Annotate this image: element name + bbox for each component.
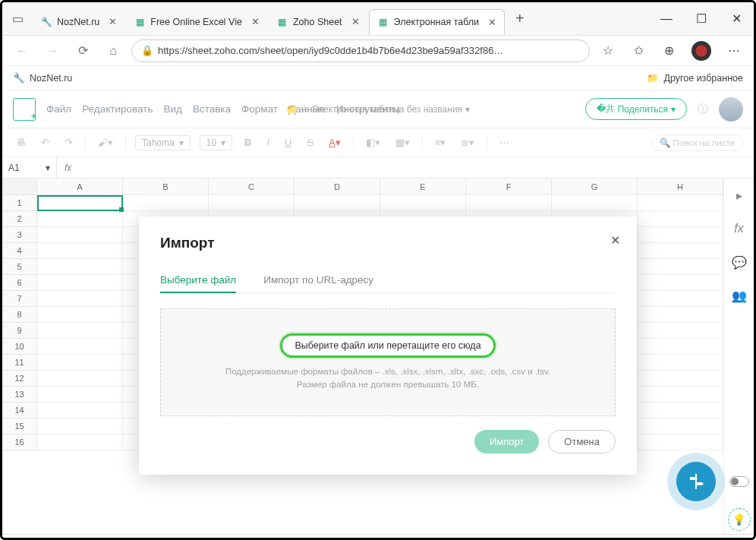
new-sheet-button[interactable] xyxy=(13,98,36,121)
cell[interactable] xyxy=(380,195,466,211)
cell[interactable] xyxy=(638,434,723,450)
fx-panel-icon[interactable]: fx xyxy=(730,219,748,238)
more-button[interactable]: ⋯ xyxy=(496,135,512,150)
strike-button[interactable]: S xyxy=(304,135,317,150)
cell[interactable] xyxy=(37,371,123,387)
row-header[interactable]: 15 xyxy=(2,418,37,434)
close-button[interactable]: ✕ xyxy=(610,233,620,248)
row-header[interactable]: 6 xyxy=(2,275,37,291)
cell[interactable] xyxy=(37,243,123,259)
cell[interactable] xyxy=(209,195,295,211)
tab-select-file[interactable]: Выберите файл xyxy=(160,268,236,293)
bookmark-item[interactable]: NozNet.ru xyxy=(30,73,72,84)
row-header[interactable]: 3 xyxy=(2,227,37,243)
menu-view[interactable]: Вид xyxy=(163,103,181,115)
cell[interactable] xyxy=(37,323,123,339)
bookmark-folder[interactable]: Другое избранное xyxy=(663,73,743,84)
menu-format[interactable]: Формат xyxy=(241,103,278,115)
row-header[interactable]: 7 xyxy=(2,291,37,307)
row-header[interactable]: 13 xyxy=(2,387,37,403)
menu-button[interactable]: ⋯ xyxy=(722,43,746,58)
cell[interactable] xyxy=(638,418,723,434)
size-select[interactable]: 10 ▾ xyxy=(200,135,232,150)
browser-tab-1[interactable]: 🔧 NozNet.ru ✕ xyxy=(33,9,124,35)
import-button[interactable]: Импорт xyxy=(474,430,539,453)
cell[interactable] xyxy=(638,307,723,323)
search-input[interactable]: 🔍 Поиск на листе xyxy=(651,134,743,151)
cancel-button[interactable]: Отмена xyxy=(548,430,616,453)
home-button[interactable]: ⌂ xyxy=(101,39,125,63)
cell[interactable] xyxy=(37,434,123,450)
cell[interactable] xyxy=(638,275,723,291)
comments-icon[interactable]: 💬 xyxy=(730,253,748,271)
cell[interactable] xyxy=(37,259,123,275)
row-header[interactable]: 5 xyxy=(2,259,37,275)
refresh-button[interactable]: ⟳ xyxy=(71,39,95,63)
bold-button[interactable]: B xyxy=(241,135,254,150)
cell[interactable] xyxy=(295,195,380,211)
cell[interactable] xyxy=(37,291,123,307)
italic-button[interactable]: I xyxy=(263,135,272,150)
window-close-button[interactable]: ✕ xyxy=(719,2,754,36)
cell[interactable] xyxy=(37,355,123,371)
font-select[interactable]: Tahoma ▾ xyxy=(135,135,191,150)
format-painter-button[interactable]: 🖌▾ xyxy=(95,135,116,150)
menu-file[interactable]: Файл xyxy=(46,103,71,115)
close-icon[interactable]: ✕ xyxy=(251,16,260,27)
cell[interactable] xyxy=(638,323,723,339)
cell[interactable] xyxy=(638,227,723,243)
cell[interactable] xyxy=(552,195,638,211)
info-icon[interactable]: ⓘ xyxy=(698,103,708,116)
row-header[interactable]: 4 xyxy=(2,243,37,259)
col-header[interactable]: A xyxy=(37,178,123,194)
browser-tab-2[interactable]: ▦ Free Online Excel Vie ✕ xyxy=(126,9,267,35)
border-button[interactable]: ▦▾ xyxy=(392,135,413,150)
cell[interactable] xyxy=(638,291,723,307)
window-minimize-button[interactable]: — xyxy=(649,2,684,36)
cell[interactable] xyxy=(37,227,123,243)
col-header[interactable]: B xyxy=(123,178,209,194)
valign-button[interactable]: ≣▾ xyxy=(458,135,477,150)
favorite-button[interactable]: ☆ xyxy=(596,43,620,58)
help-bulb-icon[interactable]: 💡 xyxy=(728,508,751,531)
cell[interactable] xyxy=(638,403,723,418)
fill-color-button[interactable]: ◧▾ xyxy=(363,135,383,150)
toggle-switch[interactable] xyxy=(729,476,749,487)
favorites-button[interactable]: ✩ xyxy=(626,43,650,58)
cell[interactable] xyxy=(37,418,123,434)
new-tab-button[interactable]: + xyxy=(506,10,534,27)
cell[interactable] xyxy=(638,387,723,403)
cell[interactable] xyxy=(638,243,723,259)
cell[interactable] xyxy=(123,195,209,211)
cell[interactable] xyxy=(638,195,723,211)
help-fab[interactable] xyxy=(676,462,716,501)
close-icon[interactable]: ✕ xyxy=(488,17,496,28)
row-header[interactable]: 10 xyxy=(2,339,37,355)
col-header[interactable]: F xyxy=(466,178,552,194)
cell[interactable] xyxy=(37,387,123,403)
forward-button[interactable]: → xyxy=(40,39,65,63)
row-header[interactable]: 1 xyxy=(2,195,37,211)
back-button[interactable]: ← xyxy=(10,39,34,63)
window-maximize-button[interactable]: ☐ xyxy=(684,2,719,36)
print-button[interactable]: 🖶 xyxy=(13,135,29,150)
browser-tab-3[interactable]: ▦ Zoho Sheet ✕ xyxy=(269,9,367,35)
col-header[interactable]: G xyxy=(552,178,638,194)
cell[interactable] xyxy=(638,371,723,387)
cell[interactable] xyxy=(638,355,723,371)
cell[interactable] xyxy=(638,339,723,355)
select-all-corner[interactable] xyxy=(2,178,37,194)
cell[interactable] xyxy=(37,339,123,355)
tabs-overview-icon[interactable]: ▭ xyxy=(2,11,33,26)
collections-button[interactable]: ⊕ xyxy=(657,43,681,58)
cell[interactable] xyxy=(466,195,552,211)
col-header[interactable]: C xyxy=(209,178,295,194)
row-header[interactable]: 2 xyxy=(2,211,37,227)
row-header[interactable]: 12 xyxy=(2,371,37,387)
profile-avatar[interactable] xyxy=(691,41,711,61)
row-header[interactable]: 16 xyxy=(2,434,37,450)
user-avatar[interactable] xyxy=(719,97,743,122)
cell[interactable] xyxy=(638,259,723,275)
menu-edit[interactable]: Редактировать xyxy=(82,103,153,115)
menu-insert[interactable]: Вставка xyxy=(193,103,231,115)
